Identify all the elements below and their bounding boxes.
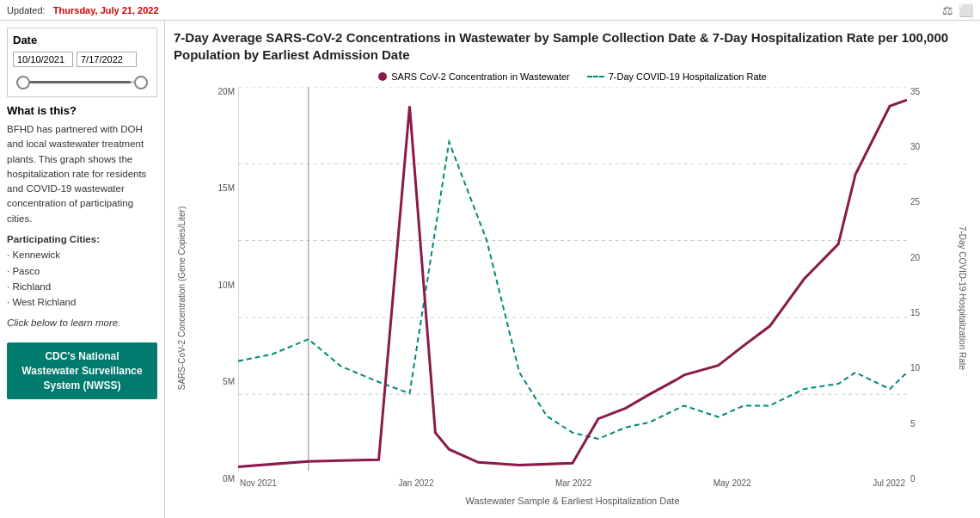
top-bar: Updated: Thursday, July 21, 2022 ⚖ ⬜ bbox=[0, 0, 980, 21]
slider-fill bbox=[16, 81, 131, 83]
legend-pink-label: SARS CoV-2 Concentration in Wastewater bbox=[391, 71, 569, 82]
x-label-jan: Jan 2022 bbox=[398, 478, 433, 488]
participating-cities: Participating Cities: · Kennewick · Pasc… bbox=[7, 231, 157, 311]
updated-date: Thursday, July 21, 2022 bbox=[53, 5, 159, 15]
top-bar-icons: ⚖ ⬜ bbox=[942, 3, 973, 17]
x-label-nov: Nov 2021 bbox=[240, 478, 277, 488]
y-right-axis-label: 7-Day COVID-19 Hospitalization Rate bbox=[959, 226, 968, 370]
updated-text: Updated: Thursday, July 21, 2022 bbox=[7, 5, 159, 15]
chart-area: 7-Day Average SARS-CoV-2 Concentrations … bbox=[165, 21, 980, 518]
date-end-input[interactable] bbox=[77, 52, 137, 67]
slider-thumb-left[interactable] bbox=[16, 76, 30, 89]
what-is-this-title: What is this? bbox=[7, 104, 157, 117]
cdc-button[interactable]: CDC's National Wastewater Surveillance S… bbox=[7, 342, 157, 399]
participating-label: Participating Cities: bbox=[7, 234, 100, 244]
chart-legend: SARS CoV-2 Concentration in Wastewater 7… bbox=[174, 71, 971, 82]
chart-plot-container: Nov 2021 Jan 2022 Mar 2022 May 2022 Jul … bbox=[238, 87, 907, 510]
teal-line bbox=[238, 141, 907, 438]
x-label-mar: Mar 2022 bbox=[555, 478, 591, 488]
x-axis-labels: Nov 2021 Jan 2022 Mar 2022 May 2022 Jul … bbox=[238, 478, 907, 488]
chart-with-axes: SARS-CoV-2 Concentration (Gene Copies/Li… bbox=[174, 87, 971, 510]
y-axis-right: 35 30 25 20 15 10 5 0 bbox=[907, 87, 954, 510]
date-slider[interactable] bbox=[16, 74, 148, 91]
filter-icon[interactable]: ⚖ bbox=[942, 3, 953, 17]
city-4: · West Richland bbox=[7, 297, 76, 307]
main-container: Date What is this? BFHD has partnered wi… bbox=[0, 21, 980, 518]
y-left-axis-label: SARS-CoV-2 Concentration (Gene Copies/Li… bbox=[178, 207, 187, 390]
city-2: · Pasco bbox=[7, 266, 40, 276]
legend-pink-item: SARS CoV-2 Concentration in Wastewater bbox=[378, 71, 569, 82]
date-inputs bbox=[13, 52, 151, 67]
description-text: BFHD has partnered with DOH and local wa… bbox=[7, 122, 157, 226]
slider-thumb-right[interactable] bbox=[134, 76, 148, 89]
x-label-jul: Jul 2022 bbox=[873, 478, 905, 488]
legend-teal-label: 7-Day COVID-19 Hospitalization Rate bbox=[609, 71, 767, 82]
y-right-label-container: 7-Day COVID-19 Hospitalization Rate bbox=[954, 87, 971, 510]
export-icon[interactable]: ⬜ bbox=[959, 3, 973, 17]
pink-line bbox=[238, 100, 907, 466]
legend-teal-line bbox=[587, 76, 604, 77]
date-label: Date bbox=[13, 34, 151, 46]
date-start-input[interactable] bbox=[13, 52, 73, 67]
click-below-text: Click below to learn more. bbox=[7, 316, 157, 330]
y-axis-left: 20M 15M 10M 5M 0M bbox=[191, 87, 238, 510]
what-is-this-section: What is this? BFHD has partnered with DO… bbox=[7, 104, 157, 336]
date-section: Date bbox=[7, 28, 157, 97]
legend-teal-item: 7-Day COVID-19 Hospitalization Rate bbox=[587, 71, 767, 82]
city-1: · Kennewick bbox=[7, 250, 60, 260]
updated-label: Updated: bbox=[7, 5, 46, 15]
chart-svg bbox=[238, 87, 907, 472]
chart-title: 7-Day Average SARS-CoV-2 Concentrations … bbox=[174, 29, 971, 65]
legend-pink-dot bbox=[378, 72, 387, 81]
city-3: · Richland bbox=[7, 281, 51, 292]
x-label-may: May 2022 bbox=[714, 478, 751, 488]
x-axis-title: Wastewater Sample & Earliest Hospitaliza… bbox=[238, 496, 907, 506]
sidebar: Date What is this? BFHD has partnered wi… bbox=[0, 21, 165, 518]
y-left-label-container: SARS-CoV-2 Concentration (Gene Copies/Li… bbox=[174, 87, 191, 510]
